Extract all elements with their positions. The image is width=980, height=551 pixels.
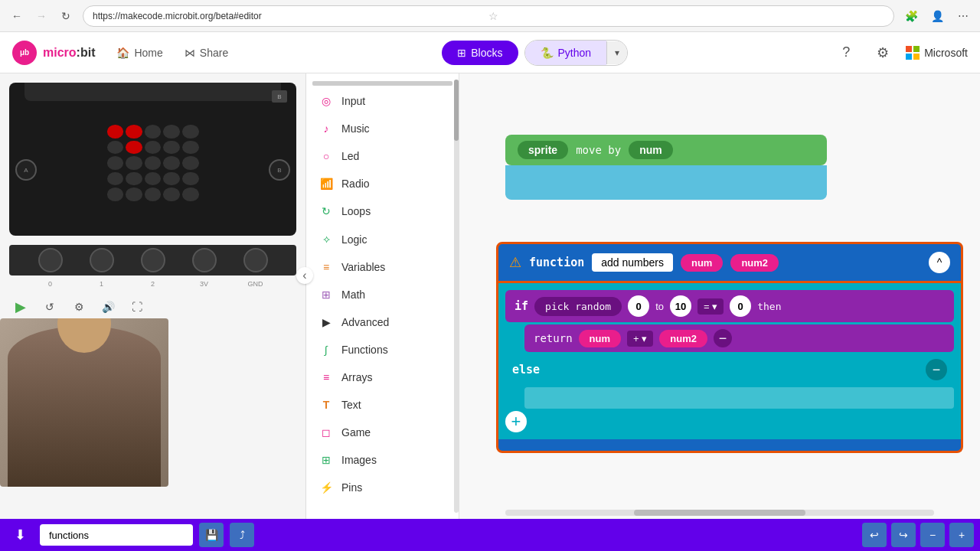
sidebar-item-led[interactable]: ○ Led [306, 142, 459, 170]
led-1-1 [126, 141, 142, 155]
sidebar-item-math[interactable]: ⊞ Math [306, 281, 459, 308]
function-block[interactable]: ⚠ function add numbers num num2 ^ if pic… [496, 242, 963, 453]
person-head-silhouette [57, 318, 111, 353]
microbit-button-a[interactable]: A [15, 159, 37, 181]
blocks-tab[interactable]: ⊞ Blocks [442, 41, 518, 65]
browser-actions: 🧩 👤 ⋯ [900, 5, 974, 27]
redo-button[interactable]: ↪ [891, 523, 916, 547]
save-button[interactable]: 💾 [199, 523, 224, 547]
sidebar-item-images[interactable]: ⊞ Images [306, 446, 459, 474]
led-4-2 [145, 187, 162, 201]
pick-random-from-value[interactable]: 0 [628, 295, 649, 317]
warning-icon: ⚠ [509, 254, 521, 271]
fullscreen-button[interactable]: ⛶ [126, 295, 149, 318]
sidebar-item-music[interactable]: ♪ Music [306, 115, 459, 142]
math-label: Math [341, 289, 365, 301]
microbit-led-display [107, 125, 199, 201]
share-icon: ⋈ [185, 47, 195, 59]
microbit-pin-circles [9, 245, 296, 276]
led-4-0 [107, 187, 124, 201]
menu-icon[interactable]: ⋯ [952, 5, 974, 27]
arrays-label: Arrays [341, 371, 372, 383]
sidebar-item-radio[interactable]: 📶 Radio [306, 170, 459, 197]
sidebar-collapse-arrow[interactable]: ‹ [296, 267, 313, 284]
loops-icon: ↻ [318, 205, 334, 217]
led-4-1 [126, 187, 142, 201]
return-label: return [534, 332, 573, 344]
forward-button[interactable]: → [31, 5, 52, 27]
extensions-icon[interactable]: 🧩 [900, 5, 922, 27]
blocks-container: sprite move by num ⚠ function add number… [459, 73, 980, 519]
music-label: Music [341, 122, 370, 135]
led-2-4 [182, 156, 199, 170]
pin-label-gnd: GND [243, 280, 268, 288]
play-button[interactable]: ▶ [9, 295, 32, 318]
function-header: ⚠ function add numbers num num2 ^ [496, 242, 963, 283]
ms-sq-blue [906, 54, 912, 60]
sidebar-item-advanced[interactable]: ▶ Advanced [306, 308, 459, 336]
refresh-button[interactable]: ↻ [55, 5, 77, 27]
horizontal-scrollbar[interactable] [505, 510, 934, 516]
sidebar-item-loops[interactable]: ↻ Loops [306, 197, 459, 225]
zoom-out-button[interactable]: − [920, 523, 945, 547]
remove-else-button[interactable]: − [926, 359, 947, 380]
images-icon: ⊞ [318, 454, 334, 466]
sidebar-scroll-up[interactable] [312, 81, 452, 86]
blocks-label: Blocks [471, 47, 502, 59]
upload-button[interactable]: ⤴ [230, 523, 254, 547]
led-0-3 [163, 125, 180, 139]
restart-button[interactable]: ↺ [38, 295, 61, 318]
settings-button[interactable]: ⚙ [869, 39, 897, 67]
loops-label: Loops [341, 205, 371, 217]
function-name-label[interactable]: add numbers [592, 253, 673, 272]
home-button[interactable]: 🏠 Home [107, 42, 172, 64]
python-tab-expand[interactable]: ▾ [606, 41, 627, 64]
if-block[interactable]: if pick random 0 to 10 = ▾ 0 then [505, 290, 954, 322]
search-input[interactable] [40, 524, 193, 546]
home-label: Home [134, 47, 162, 59]
python-icon: 🐍 [541, 47, 554, 59]
remove-return-button[interactable]: − [714, 329, 732, 347]
variables-icon: ≡ [318, 261, 334, 273]
add-branch-button[interactable]: + [505, 411, 527, 432]
sidebar-scrollbar[interactable] [454, 80, 459, 513]
move-by-label: move by [576, 144, 621, 156]
pin-0-circle [38, 248, 63, 272]
expand-button[interactable]: ^ [929, 252, 950, 273]
debug-button[interactable]: ⚙ [67, 295, 90, 318]
url-text: https://makecode.microbit.org/beta#edito… [93, 11, 488, 21]
sprite-block-base [505, 165, 827, 200]
pick-random-to-value[interactable]: 10 [670, 295, 691, 317]
sidebar-item-game[interactable]: ◻ Game [306, 419, 459, 446]
led-0-1 [126, 125, 142, 139]
undo-button[interactable]: ↩ [862, 523, 887, 547]
sidebar-item-arrays[interactable]: ≡ Arrays [306, 364, 459, 391]
sprite-move-block[interactable]: sprite move by num [505, 135, 827, 200]
sidebar-item-input[interactable]: ◎ Input [306, 87, 459, 115]
sidebar-item-variables[interactable]: ≡ Variables [306, 253, 459, 281]
equals-dropdown[interactable]: = ▾ [697, 298, 724, 315]
return-block[interactable]: return num + ▾ num2 − [524, 324, 954, 352]
share-button[interactable]: ⋈ Share [175, 42, 237, 64]
sound-button[interactable]: 🔊 [96, 295, 119, 318]
address-bar[interactable]: https://makecode.microbit.org/beta#edito… [83, 5, 894, 27]
compare-value[interactable]: 0 [730, 295, 751, 317]
sidebar-item-text[interactable]: T Text [306, 391, 459, 419]
profile-icon[interactable]: 👤 [926, 5, 948, 27]
function-keyword: function [529, 256, 584, 269]
sidebar-item-functions[interactable]: ∫ Functions [306, 336, 459, 364]
help-button[interactable]: ? [832, 39, 860, 67]
python-tab[interactable]: 🐍 Python [525, 41, 607, 65]
pick-random-pill[interactable]: pick random [534, 297, 622, 316]
sidebar-item-logic[interactable]: ⟡ Logic [306, 225, 459, 253]
microbit-button-b[interactable]: B [269, 159, 290, 181]
code-area[interactable]: sprite move by num ⚠ function add number… [459, 73, 980, 519]
plus-operator[interactable]: + ▾ [627, 331, 653, 347]
back-button[interactable]: ← [6, 5, 28, 27]
download-button[interactable]: ⬇ [6, 521, 34, 549]
sidebar-item-pins[interactable]: ⚡ Pins [306, 474, 459, 501]
radio-label: Radio [341, 178, 370, 190]
zoom-in-button[interactable]: + [949, 523, 974, 547]
led-2-2 [145, 156, 162, 170]
pin-2-circle [141, 248, 165, 272]
